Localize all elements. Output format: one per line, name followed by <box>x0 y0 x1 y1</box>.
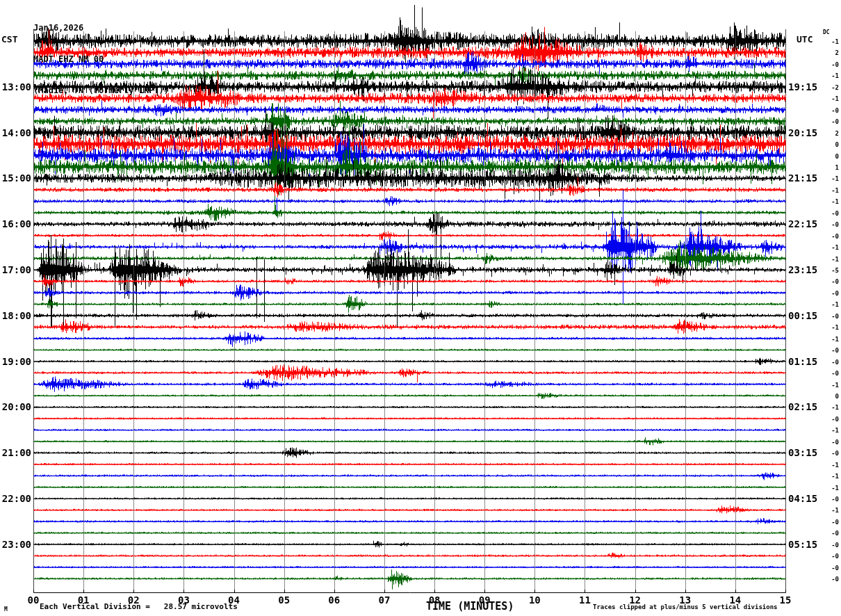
dc-offset-value: 0 <box>822 393 839 400</box>
right-time-label: 03:15 <box>788 447 817 458</box>
x-tick-label: 06 <box>320 594 348 606</box>
dc-offset-value: -2 <box>822 84 839 91</box>
x-tick-label: 10 <box>521 594 548 606</box>
dc-offset-value: -0 <box>822 565 839 572</box>
dc-offset-value: -0 <box>822 370 839 377</box>
left-time-label: 18:00 <box>0 310 31 321</box>
right-time-label: 00:15 <box>788 310 817 321</box>
dc-offset-value: -0 <box>822 542 839 549</box>
title-block: Jan16,2026 MADT EHZ NM 00 (Madie, TN (fo… <box>33 2 169 117</box>
dc-offset-value: -1 <box>822 324 839 331</box>
right-time-label: 02:15 <box>788 401 817 412</box>
dc-offset-value: -0 <box>822 416 839 423</box>
dc-offset-value: -0 <box>822 553 839 560</box>
left-time-label: 21:00 <box>0 447 31 458</box>
left-time-label: 22:00 <box>0 493 31 504</box>
right-time-label: 04:15 <box>788 493 817 504</box>
title-location: (Madie, TN (formerly LRPT)) <box>33 86 169 96</box>
dc-offset-value: -1 <box>822 256 839 263</box>
dc-offset-value: -1 <box>822 336 839 343</box>
right-time-label: 23:15 <box>788 264 817 275</box>
dc-offset-value: -0 <box>822 61 839 68</box>
cst-axis-label: CST <box>1 34 17 44</box>
dc-offset-value: -1 <box>822 382 839 389</box>
dc-offset-value: -1 <box>822 404 839 411</box>
right-time-label: 19:15 <box>788 81 817 92</box>
right-time-label: 22:15 <box>788 218 817 229</box>
helicorder-screen: Jan16,2026 MADT EHZ NM 00 (Madie, TN (fo… <box>0 0 841 616</box>
dc-offset-value: 2 <box>822 130 839 137</box>
dc-offset-value: 2 <box>822 49 839 56</box>
dc-offset-value: -0 <box>822 233 839 240</box>
dc-offset-value: -0 <box>822 519 839 526</box>
right-time-label: 21:15 <box>788 172 817 184</box>
dc-offset-value: -1 <box>822 507 839 514</box>
dc-offset-value: -0 <box>822 576 839 583</box>
title-station: MADT EHZ NM 00 <box>33 54 169 65</box>
dc-offset-value: -0 <box>822 107 839 114</box>
right-time-label: 20:15 <box>788 127 817 138</box>
dc-offset-value: -0 <box>822 221 839 228</box>
dc-offset-value: -0 <box>822 439 839 446</box>
dc-offset-value: -0 <box>822 290 839 297</box>
dc-offset-value: -1 <box>822 462 839 469</box>
dc-offset-value: -1 <box>822 95 839 102</box>
dc-offset-value: -0 <box>822 118 839 125</box>
left-time-label: 23:00 <box>0 539 31 550</box>
vertical-division-note: Each Vertical Division = 28.57 microvolt… <box>40 602 238 611</box>
dc-offset-value: -1 <box>822 187 839 194</box>
dc-offset-value: -1 <box>822 301 839 308</box>
dc-offset-value: -0 <box>822 530 839 537</box>
left-time-label: 19:00 <box>0 356 31 367</box>
clip-note: Traces clipped at plus/minus 5 vertical … <box>593 603 778 610</box>
dc-offset-value: -1 <box>822 473 839 480</box>
left-time-label: 13:00 <box>0 81 31 92</box>
x-tick-label: 07 <box>370 594 398 606</box>
right-time-label: 05:15 <box>788 539 817 550</box>
dc-offset-value: -0 <box>822 359 839 366</box>
dc-offset-value: -1 <box>822 198 839 205</box>
dc-offset-value: -5 <box>822 267 839 274</box>
dc-offset-value: -1 <box>822 485 839 492</box>
title-date: Jan16,2026 <box>33 23 169 33</box>
dc-offset-value: -1 <box>822 38 839 45</box>
left-time-label: 17:00 <box>0 264 31 275</box>
utc-axis-label: UTC <box>797 34 813 44</box>
dc-offset-value: -1 <box>822 175 839 182</box>
x-axis-title: TIME (MINUTES) <box>426 600 514 613</box>
dc-offset-value: -0 <box>822 210 839 217</box>
x-tick-label: 05 <box>270 594 298 606</box>
dc-offset-value: -0 <box>822 278 839 285</box>
dc-offset-value: 1 <box>822 164 839 171</box>
dc-offset-value: 0 <box>822 153 839 160</box>
dc-offset-value: -0 <box>822 347 839 354</box>
dc-offset-value: 0 <box>822 141 839 148</box>
dc-offset-value: -0 <box>822 313 839 320</box>
left-time-label: 14:00 <box>0 127 31 138</box>
left-time-label: 16:00 <box>0 218 31 229</box>
dc-axis-label: DC <box>823 29 830 35</box>
dc-offset-value: -1 <box>822 427 839 434</box>
logo-mark: M <box>4 606 8 613</box>
dc-offset-value: -1 <box>822 244 839 251</box>
right-time-label: 01:15 <box>788 356 817 367</box>
dc-offset-value: -0 <box>822 450 839 457</box>
left-time-label: 15:00 <box>0 172 31 184</box>
dc-offset-value: -0 <box>822 496 839 503</box>
dc-offset-value: -1 <box>822 72 839 79</box>
left-time-label: 20:00 <box>0 401 31 412</box>
